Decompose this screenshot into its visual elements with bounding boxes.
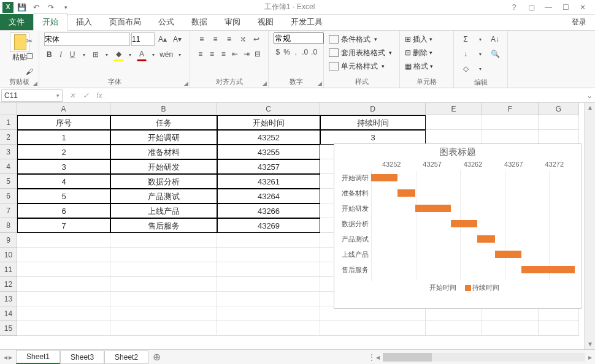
row-header[interactable]: 11 <box>0 262 17 277</box>
fill-dropdown[interactable]: ▾ <box>474 47 487 61</box>
cell[interactable] <box>110 262 217 277</box>
font-color-dropdown[interactable]: ▾ <box>148 48 158 61</box>
font-dialog-launcher[interactable]: ◢ <box>184 80 188 86</box>
bold-button[interactable]: B <box>44 48 55 61</box>
cell[interactable] <box>426 321 482 336</box>
fill-color-dropdown[interactable]: ▾ <box>125 48 136 61</box>
cell[interactable] <box>482 115 539 130</box>
cell[interactable] <box>217 306 320 321</box>
row-header[interactable]: 1 <box>0 115 17 130</box>
find-select-button[interactable]: 🔍 <box>488 47 502 61</box>
align-top-button[interactable]: ≡ <box>195 32 208 46</box>
cell[interactable]: 43261 <box>217 174 320 189</box>
row-header[interactable]: 8 <box>0 218 17 233</box>
scroll-up-button[interactable]: ▴ <box>585 103 595 113</box>
cell[interactable] <box>539 321 579 336</box>
cell[interactable]: 5 <box>17 189 110 203</box>
column-header[interactable]: E <box>426 103 482 115</box>
align-left-button[interactable]: ≡ <box>195 47 206 61</box>
sheet-tab-2[interactable]: Sheet3 <box>60 351 104 364</box>
number-dialog-launcher[interactable]: ◢ <box>318 80 322 86</box>
format-cells-button[interactable]: ▦ 格式 ▾ <box>405 59 448 73</box>
align-center-button[interactable]: ≡ <box>207 47 218 61</box>
cell[interactable] <box>110 321 217 336</box>
row-header[interactable]: 5 <box>0 174 17 189</box>
cell[interactable]: 3 <box>17 159 110 174</box>
column-header[interactable]: D <box>320 103 426 115</box>
save-button[interactable]: 💾 <box>15 1 28 14</box>
insert-function-button[interactable]: fx <box>93 91 106 100</box>
cell[interactable]: 43266 <box>217 203 320 218</box>
cell[interactable] <box>217 233 320 248</box>
cancel-formula-button[interactable]: ✕ <box>66 91 79 100</box>
enter-formula-button[interactable]: ✓ <box>80 91 92 100</box>
cell-styles-button[interactable]: 单元格样式▾ <box>329 59 394 73</box>
cell[interactable] <box>17 292 110 306</box>
copy-button[interactable]: ❐ <box>23 50 36 63</box>
cell[interactable] <box>17 262 110 277</box>
tab-view[interactable]: 视图 <box>249 14 282 30</box>
cell[interactable] <box>217 321 320 336</box>
increase-decimal-button[interactable]: .0 <box>301 45 309 59</box>
undo-button[interactable]: ↶ <box>29 1 43 14</box>
cell[interactable]: 6 <box>17 203 110 218</box>
cell[interactable] <box>320 321 426 336</box>
cell[interactable] <box>110 277 217 292</box>
sheet-nav-prev[interactable]: ◂ <box>4 353 7 362</box>
underline-button[interactable]: U <box>67 48 78 61</box>
cell[interactable] <box>110 306 217 321</box>
cell[interactable]: 上线产品 <box>110 203 217 218</box>
comma-style-button[interactable]: , <box>292 45 301 59</box>
help-button[interactable]: ? <box>507 1 521 13</box>
row-header[interactable]: 14 <box>0 306 17 321</box>
sort-filter-button[interactable]: A↓ <box>488 32 502 46</box>
row-header[interactable]: 4 <box>0 159 17 174</box>
cell[interactable]: 43257 <box>217 159 320 174</box>
alignment-dialog-launcher[interactable]: ◢ <box>263 80 267 86</box>
cell[interactable] <box>426 115 482 130</box>
close-button[interactable]: ✕ <box>575 1 590 13</box>
cell[interactable]: 43269 <box>217 218 320 233</box>
row-header[interactable]: 2 <box>0 130 17 145</box>
cell[interactable]: 7 <box>17 218 110 233</box>
row-header[interactable]: 15 <box>0 321 17 336</box>
minimize-button[interactable]: — <box>541 1 556 13</box>
sheet-nav-next[interactable]: ▸ <box>9 353 12 362</box>
borders-button[interactable]: ⊞ <box>90 48 101 61</box>
row-header[interactable]: 7 <box>0 203 17 218</box>
fill-button[interactable]: ↓ <box>459 47 472 61</box>
clear-button[interactable]: ◇ <box>459 62 472 75</box>
font-name-combo[interactable] <box>44 32 130 46</box>
row-header[interactable]: 10 <box>0 248 17 262</box>
row-header[interactable]: 3 <box>0 145 17 159</box>
sheet-tab-1[interactable]: Sheet1 <box>16 350 60 364</box>
underline-dropdown[interactable]: ▾ <box>79 48 89 61</box>
wrap-text-button[interactable]: ↩ <box>250 32 263 46</box>
tab-formulas[interactable]: 公式 <box>150 14 183 30</box>
cell[interactable]: 43252 <box>217 130 320 145</box>
autosum-button[interactable]: Σ <box>459 32 472 46</box>
login-link[interactable]: 登录 <box>563 15 595 30</box>
scroll-left-button[interactable]: ◂ <box>373 353 383 362</box>
cell[interactable]: 1 <box>17 130 110 145</box>
orientation-button[interactable]: ⤭ <box>236 32 249 46</box>
cell[interactable] <box>539 115 579 130</box>
cell[interactable] <box>217 262 320 277</box>
select-all-corner[interactable] <box>0 103 17 115</box>
cell[interactable] <box>17 233 110 248</box>
tab-review[interactable]: 审阅 <box>216 14 249 30</box>
phonetic-button[interactable]: wén <box>159 48 173 61</box>
cell[interactable]: 序号 <box>17 115 110 130</box>
column-header[interactable]: B <box>110 103 217 115</box>
hscroll-thumb[interactable] <box>383 353 432 362</box>
align-middle-button[interactable]: ≡ <box>209 32 221 46</box>
cut-button[interactable]: ✂ <box>23 34 36 48</box>
cell[interactable] <box>539 130 579 145</box>
cell[interactable] <box>482 130 539 145</box>
decrease-font-button[interactable]: A▾ <box>171 32 184 46</box>
number-format-combo[interactable] <box>274 32 324 44</box>
column-header[interactable]: F <box>482 103 539 115</box>
cell[interactable]: 43264 <box>217 189 320 203</box>
vertical-scrollbar[interactable]: ▴ ▾ <box>584 103 595 349</box>
tab-developer[interactable]: 开发工具 <box>282 14 331 30</box>
